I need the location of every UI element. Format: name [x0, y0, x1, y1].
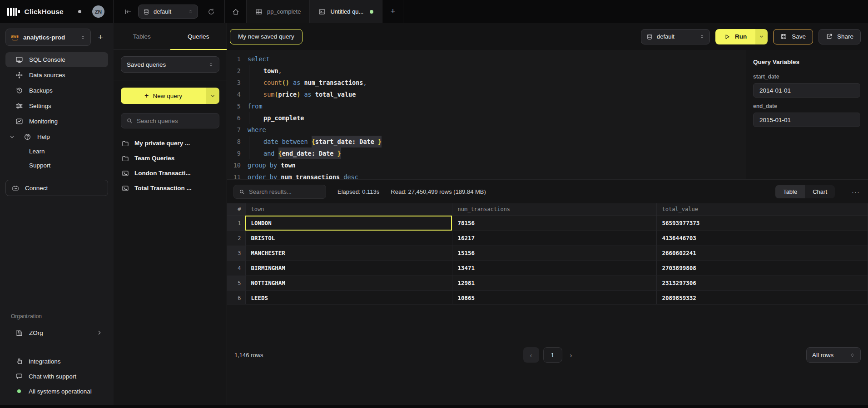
console-icon [15, 56, 23, 64]
row-number-cell[interactable]: 3 [227, 246, 245, 261]
table-cell[interactable]: BRISTOL [245, 231, 452, 246]
row-number-cell[interactable]: 6 [227, 290, 245, 304]
query-item-my-private-query[interactable]: My private query ... [121, 137, 219, 149]
prev-page-button[interactable]: ‹ [523, 347, 539, 363]
avatar[interactable]: ZN [92, 5, 104, 18]
query-item-team-queries[interactable]: Team Queries [121, 152, 219, 164]
variable-input-end-date[interactable]: 2015-01-01 [753, 113, 860, 127]
new-tab-button[interactable]: + [382, 0, 403, 23]
content-area: My new saved query default Run Save [227, 23, 868, 405]
connect-button[interactable]: Connect [5, 180, 108, 196]
sidebar-item-monitoring[interactable]: Monitoring [5, 114, 108, 129]
sidebar-item-label: Settings [29, 103, 51, 109]
sidebar-item-sql-console[interactable]: SQL Console [5, 52, 108, 67]
tab-tables[interactable]: Tables [114, 23, 170, 49]
row-number-cell[interactable]: 5 [227, 275, 245, 290]
table-cell[interactable]: 2660602241 [656, 246, 868, 261]
new-query-button[interactable]: +New query [121, 88, 219, 104]
organization-name: ZOrg [29, 329, 43, 336]
tab-label: Untitled qu... [330, 8, 363, 15]
sidebar-item-help[interactable]: Help [5, 129, 108, 144]
table-cell[interactable]: 56593977373 [656, 216, 868, 231]
sql-editor[interactable]: 1select2town,3count() as num_transaction… [227, 50, 745, 179]
sidebar-subitem-support[interactable]: Support [5, 158, 108, 172]
view-tab-table[interactable]: Table [775, 185, 805, 198]
brand-name: ClickHouse [25, 8, 64, 16]
unsaved-changes-dot-icon [370, 10, 373, 14]
sidebar-item-label: SQL Console [29, 56, 65, 63]
new-query-dropdown[interactable] [206, 88, 219, 104]
notification-dot-icon[interactable] [78, 10, 81, 13]
column-header-total-value[interactable]: total_value [656, 203, 868, 216]
column-header-town[interactable]: town [245, 203, 452, 216]
editor-database-select[interactable]: default [641, 29, 710, 44]
rows-per-page-value: All rows [812, 352, 833, 359]
sidebar-footer-all-systems-operational[interactable]: All systems operational [5, 384, 108, 398]
row-number-cell[interactable]: 2 [227, 231, 245, 246]
more-options-icon[interactable]: ··· [852, 188, 860, 195]
table-cell[interactable]: 4136446703 [656, 231, 868, 246]
table-cell[interactable]: 78156 [452, 216, 656, 231]
variable-label-end-date: end_date [753, 103, 860, 109]
topbar-database-select[interactable]: default [138, 5, 198, 19]
results-table: #townnum_transactionstotal_value 1LONDON… [227, 203, 868, 304]
tab-untitled-query[interactable]: Untitled qu... [310, 0, 382, 23]
search-queries-input[interactable]: Search queries [121, 113, 219, 128]
saved-query-tab[interactable]: My new saved query [230, 29, 303, 44]
saved-queries-select[interactable]: Saved queries [121, 56, 219, 73]
next-page-button[interactable]: › [570, 351, 572, 359]
collapse-sidebar-icon[interactable] [124, 8, 132, 15]
folder-icon [122, 140, 129, 147]
table-cell[interactable]: LEEDS [245, 290, 452, 304]
sidebar-item-backups[interactable]: Backups [5, 83, 108, 98]
table-cell[interactable]: 15156 [452, 246, 656, 261]
table-cell[interactable]: 16217 [452, 231, 656, 246]
rows-per-page-select[interactable]: All rows [806, 347, 861, 363]
view-tab-chart[interactable]: Chart [805, 185, 835, 198]
row-number-cell[interactable]: 4 [227, 261, 245, 275]
table-cell[interactable]: LONDON [245, 216, 452, 231]
workspace-select[interactable]: aws analytics-prod [5, 29, 91, 46]
sidebar-footer-integrations[interactable]: Integrations [5, 354, 108, 368]
sidebar-footer-chat-with-support[interactable]: Chat with support [5, 369, 108, 383]
table-cell[interactable]: 13471 [452, 261, 656, 275]
add-service-button[interactable]: + [93, 29, 108, 45]
run-button[interactable]: Run [715, 29, 755, 44]
queries-panel: Tables Queries Saved queries +New query … [114, 23, 227, 405]
column-header-num-transactions[interactable]: num_transactions [452, 203, 656, 216]
save-button[interactable]: Save [773, 29, 813, 44]
table-cell[interactable]: 10865 [452, 290, 656, 304]
tab-pp-complete[interactable]: pp_complete [247, 0, 310, 23]
table-row: 4BIRMINGHAM134712703899808 [227, 261, 868, 275]
code-line: 8date between {start_date: Date } [227, 136, 745, 147]
table-cell[interactable]: 2089859332 [656, 290, 868, 304]
page-number-input[interactable]: 1 [543, 347, 562, 363]
query-item-total-transaction[interactable]: Total Transaction ... [121, 182, 219, 194]
row-count: 1,146 rows [234, 352, 263, 359]
table-cell[interactable]: 12981 [452, 275, 656, 290]
table-cell[interactable]: 2703899808 [656, 261, 868, 275]
sidebar-subitem-learn[interactable]: Learn [5, 144, 108, 158]
table-cell[interactable]: 2313297306 [656, 275, 868, 290]
table-cell[interactable]: MANCHESTER [245, 246, 452, 261]
sidebar-item-data-sources[interactable]: Data sources [5, 68, 108, 83]
column-header-row-number[interactable]: # [227, 203, 245, 216]
share-button[interactable]: Share [818, 29, 861, 44]
query-item-london-transacti[interactable]: London Transacti... [121, 167, 219, 179]
query-item-label: My private query ... [134, 140, 190, 147]
tab-home[interactable] [225, 0, 247, 23]
tab-queries[interactable]: Queries [170, 23, 227, 49]
organization-item[interactable]: ZOrg [5, 325, 108, 340]
refresh-icon[interactable] [208, 8, 215, 15]
caret-down-icon [759, 34, 764, 39]
variable-input-start-date[interactable]: 2014-01-01 [753, 83, 860, 98]
table-cell[interactable]: NOTTINGHAM [245, 275, 452, 290]
search-results-input[interactable]: Search results... [233, 185, 326, 199]
code-line: 11order by num_transactions desc [227, 171, 745, 179]
caret-down-icon [8, 134, 16, 140]
row-number-cell[interactable]: 1 [227, 216, 245, 231]
sidebar-item-settings[interactable]: Settings [5, 98, 108, 113]
run-options-dropdown[interactable] [755, 29, 768, 44]
code-line: 4sum(price) as total_value [227, 88, 745, 100]
table-cell[interactable]: BIRMINGHAM [245, 261, 452, 275]
